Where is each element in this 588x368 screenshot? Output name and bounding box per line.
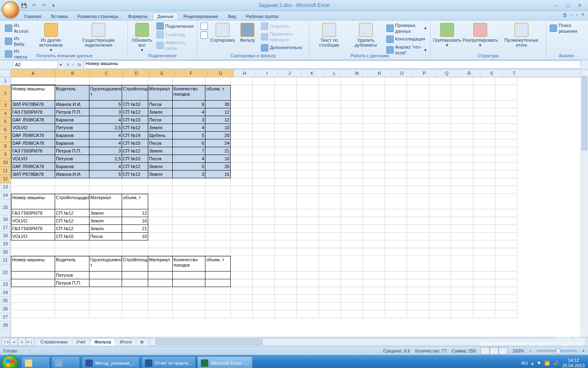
cell[interactable] [275, 139, 297, 147]
cell[interactable] [429, 279, 451, 287]
cell[interactable] [231, 194, 253, 209]
cell[interactable] [341, 225, 363, 233]
cell[interactable]: Петухов [55, 272, 89, 279]
solver-button[interactable]: Поиск решения [549, 22, 584, 35]
next-sheet-button[interactable]: ▸ [18, 338, 26, 346]
first-sheet-button[interactable]: ❘◂ [2, 338, 10, 346]
cell[interactable] [407, 256, 429, 272]
cell[interactable] [319, 233, 341, 240]
cell[interactable] [473, 139, 495, 147]
sheet-tab-Справочники[interactable]: Справочники [36, 338, 72, 346]
cell[interactable] [495, 310, 517, 318]
cell[interactable] [253, 108, 275, 116]
cell[interactable] [385, 279, 407, 287]
cell[interactable] [451, 209, 473, 217]
cell[interactable] [297, 186, 319, 194]
cell[interactable]: 12 [205, 108, 231, 116]
cell[interactable] [148, 303, 173, 310]
cell[interactable] [253, 248, 275, 256]
cell[interactable] [385, 101, 407, 108]
cell[interactable]: 4 [173, 108, 205, 116]
cell[interactable] [231, 163, 253, 171]
cell[interactable] [385, 155, 407, 163]
cell[interactable] [363, 279, 385, 287]
cell[interactable] [473, 171, 495, 178]
cell[interactable] [341, 132, 363, 139]
zoom-slider[interactable] [537, 350, 577, 352]
cell[interactable] [275, 272, 297, 279]
row-header-9[interactable]: 9 [0, 150, 11, 159]
cell[interactable] [407, 240, 429, 248]
cell[interactable]: 4 [173, 155, 205, 163]
cell[interactable] [385, 139, 407, 147]
cell[interactable] [385, 186, 407, 194]
cell[interactable] [495, 295, 517, 303]
sheet-tab-Учет[interactable]: Учет [72, 338, 91, 346]
cell[interactable] [122, 178, 148, 186]
cell[interactable] [341, 178, 363, 186]
cell[interactable] [473, 295, 495, 303]
cell[interactable] [407, 303, 429, 310]
cell[interactable] [297, 287, 319, 295]
cell[interactable] [55, 310, 89, 318]
cell[interactable] [495, 85, 517, 101]
cell[interactable] [495, 287, 517, 295]
col-header-A[interactable]: A [11, 70, 56, 77]
cell[interactable]: Иванов И.И. [55, 101, 89, 108]
cell[interactable] [253, 256, 275, 272]
cell[interactable] [341, 209, 363, 217]
cell[interactable] [297, 310, 319, 318]
ribbon-tab-2[interactable]: Разметка страницы [73, 12, 123, 20]
ribbon-tab-1[interactable]: Вставка [47, 12, 72, 20]
cell[interactable] [297, 240, 319, 248]
redo-icon[interactable]: ↷ [40, 2, 47, 9]
cell[interactable] [205, 248, 231, 256]
cell[interactable] [253, 132, 275, 139]
cell[interactable]: СП №12 [122, 147, 148, 155]
cell[interactable]: Материал [89, 194, 122, 209]
cell[interactable] [173, 295, 205, 303]
cell[interactable] [148, 186, 173, 194]
cell[interactable] [363, 139, 385, 147]
cell[interactable]: объем, т [205, 85, 231, 101]
cell[interactable] [451, 178, 473, 186]
cell[interactable] [253, 139, 275, 147]
cell[interactable] [473, 108, 495, 116]
cell[interactable] [89, 77, 122, 85]
col-header-N[interactable]: N [368, 70, 391, 77]
cell[interactable] [253, 85, 275, 101]
cell[interactable] [205, 209, 231, 217]
cell[interactable] [473, 155, 495, 163]
cell[interactable] [319, 279, 341, 287]
cell[interactable]: Петухов [55, 155, 89, 163]
cell[interactable] [148, 310, 173, 318]
cell[interactable] [89, 248, 122, 256]
cell[interactable] [341, 124, 363, 132]
cell[interactable] [275, 209, 297, 217]
cell[interactable] [385, 225, 407, 233]
cell[interactable] [122, 240, 148, 248]
cell[interactable]: 21 [205, 147, 231, 155]
cell[interactable] [253, 295, 275, 303]
cell[interactable]: 30 [205, 101, 231, 108]
row-header-5[interactable]: 5 [0, 118, 11, 126]
cell[interactable] [473, 116, 495, 124]
cell[interactable] [231, 124, 253, 132]
cell[interactable] [385, 124, 407, 132]
cell[interactable] [473, 256, 495, 272]
cell[interactable] [148, 279, 173, 287]
cell[interactable] [473, 233, 495, 240]
row-header-20[interactable]: 20 [0, 248, 11, 256]
cell[interactable]: Стройплощадка [55, 194, 89, 209]
cell[interactable] [385, 147, 407, 155]
cell[interactable] [407, 194, 429, 209]
cell[interactable] [275, 147, 297, 155]
page-break-view-button[interactable] [499, 347, 508, 355]
undo-icon[interactable]: ↶ [30, 2, 38, 9]
taskbar-magnifier[interactable] [51, 356, 80, 368]
zoom-in-button[interactable]: + [582, 348, 585, 353]
cell[interactable]: 10 [205, 155, 231, 163]
cell[interactable] [495, 303, 517, 310]
cell[interactable] [407, 147, 429, 155]
volume-icon[interactable]: 🔊 [553, 361, 559, 366]
